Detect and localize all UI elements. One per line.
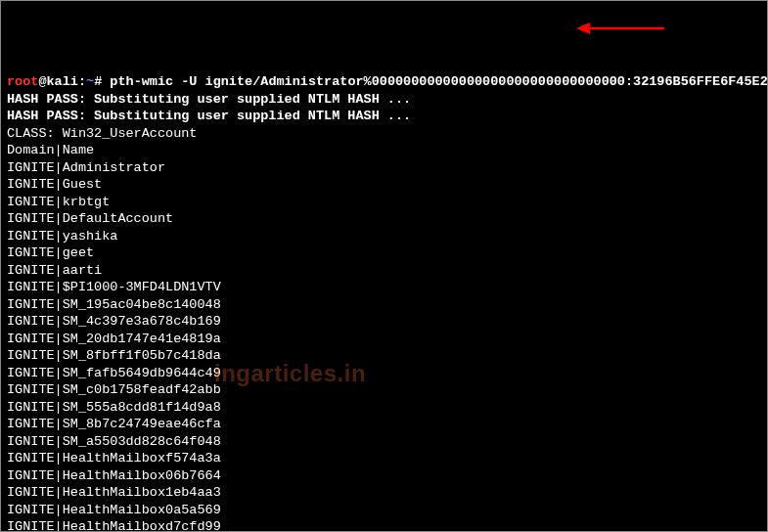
table-row: IGNITE|HealthMailbox0a5a569 [7, 502, 761, 519]
table-row: IGNITE|geet [7, 244, 761, 262]
table-row: IGNITE|SM_195ac04be8c140048 [7, 296, 761, 314]
table-row: IGNITE|SM_a5503dd828c64f048 [7, 433, 761, 451]
svg-marker-1 [576, 22, 590, 34]
table-row: IGNITE|SM_c0b1758feadf42abb [7, 381, 761, 399]
table-row: IGNITE|aarti [7, 262, 761, 280]
table-row: IGNITE|Guest [7, 176, 761, 194]
annotation-arrow-icon [576, 20, 664, 37]
prompt-line: root@kali:~# pth-wmic -U ignite/Administ… [7, 73, 761, 91]
hash-pass-line-2: HASH PASS: Substituting user supplied NT… [7, 108, 761, 125]
table-row: IGNITE|HealthMailbox1eb4aa3 [7, 484, 761, 502]
table-row: IGNITE|$PI1000-3MFD4LDN1VTV [7, 279, 761, 296]
prompt-at: @ [38, 74, 46, 89]
table-row: IGNITE|HealthMailbox06b7664 [7, 467, 761, 485]
command-text: pth-wmic -U ignite/Administrator%0000000… [102, 74, 768, 89]
table-row: IGNITE|HealthMailboxf574a3a [7, 450, 761, 467]
prompt-user: root [7, 74, 38, 89]
table-row: IGNITE|DefaultAccount [7, 210, 761, 228]
class-line: CLASS: Win32_UserAccount [7, 125, 761, 143]
table-row: IGNITE|yashika [7, 228, 761, 245]
prompt-path: ~ [86, 74, 94, 89]
table-row: IGNITE|SM_20db1747e41e4819a [7, 331, 761, 348]
table-row: IGNITE|SM_8b7c24749eae46cfa [7, 416, 761, 433]
table-row: IGNITE|krbtgt [7, 194, 761, 211]
table-row: IGNITE|Administrator [7, 159, 761, 177]
table-header: Domain|Name [7, 142, 761, 159]
table-row: IGNITE|SM_4c397e3a678c4b169 [7, 313, 761, 331]
prompt-host: kali [47, 74, 78, 89]
table-row: IGNITE|SM_8fbff1f05b7c418da [7, 347, 761, 365]
hash-pass-line-1: HASH PASS: Substituting user supplied NT… [7, 91, 761, 109]
table-row: IGNITE|SM_fafb5649db9644c49 [7, 365, 761, 382]
prompt-colon: : [78, 74, 86, 89]
table-row: IGNITE|SM_555a8cdd81f14d9a8 [7, 399, 761, 417]
table-row: IGNITE|HealthMailboxd7cfd99 [7, 518, 761, 532]
